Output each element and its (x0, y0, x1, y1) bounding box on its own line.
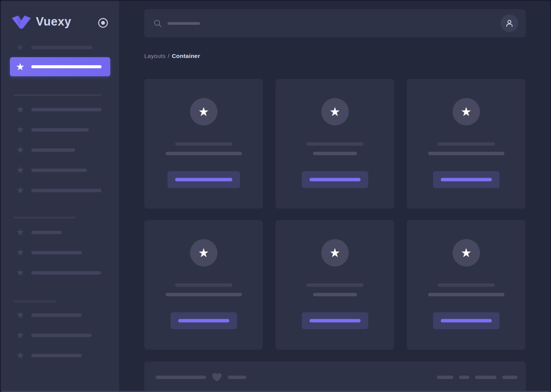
star-icon: ★ (15, 310, 25, 320)
star-icon: ★ (461, 106, 472, 118)
star-icon: ★ (329, 106, 340, 118)
star-icon: ★ (15, 248, 25, 257)
footer-text-skeleton (156, 376, 206, 379)
footer-link-skeleton (475, 376, 496, 379)
main-area: Layouts/Container ★★★★★★ (119, 1, 550, 391)
card-title-skeleton (175, 142, 232, 146)
sidebar-item[interactable]: ★ (1, 43, 119, 52)
card-title-skeleton (438, 142, 495, 146)
card-action-button[interactable] (433, 171, 499, 188)
card-title-skeleton (306, 283, 364, 287)
button-label-skeleton (178, 319, 229, 323)
sidebar-item[interactable]: ★ (1, 105, 119, 114)
star-icon: ★ (15, 62, 25, 72)
card: ★ (144, 220, 263, 350)
card-title-skeleton (175, 283, 232, 287)
sidebar-item[interactable]: ★ (1, 228, 119, 237)
card-subtitle-skeleton (313, 293, 357, 296)
card: ★ (276, 220, 394, 350)
star-icon: ★ (15, 43, 25, 52)
star-icon: ★ (15, 165, 25, 175)
card-action-button[interactable] (433, 312, 499, 329)
menu-item-label-skeleton (31, 313, 82, 317)
app-window: Vuexy ★★★★★★★★★★★★★ (0, 0, 551, 392)
menu-section-skeleton (13, 217, 76, 218)
card: ★ (144, 79, 263, 209)
card-avatar: ★ (453, 239, 480, 267)
menu-section-skeleton (13, 94, 102, 96)
card-title-skeleton (306, 142, 364, 146)
user-avatar[interactable] (501, 14, 518, 32)
star-icon: ★ (329, 247, 340, 259)
sidebar-item[interactable]: ★ (1, 125, 119, 134)
button-label-skeleton (175, 178, 232, 182)
card-subtitle-skeleton (428, 293, 504, 296)
sidebar-item[interactable]: ★ (1, 186, 119, 195)
footer-links (437, 376, 517, 379)
card-action-button[interactable] (302, 171, 368, 188)
heart-icon (212, 373, 222, 382)
star-icon: ★ (15, 228, 25, 237)
card-title-skeleton (438, 283, 495, 287)
search-icon (153, 19, 162, 28)
star-icon: ★ (15, 186, 25, 195)
button-label-skeleton (309, 178, 361, 182)
sidebar-item[interactable]: ★ (1, 165, 119, 175)
menu-item-label-skeleton (31, 251, 82, 254)
card-subtitle-skeleton (166, 152, 242, 155)
star-icon: ★ (198, 247, 209, 259)
breadcrumb-separator: / (168, 53, 170, 59)
card-avatar: ★ (190, 98, 218, 125)
footer-row (156, 372, 517, 382)
sidebar: Vuexy ★★★★★★★★★★★★★ (1, 1, 119, 391)
menu-item-label-skeleton (31, 46, 92, 49)
card-grid: ★★★★★★ (144, 79, 526, 350)
menu-item-label-skeleton (31, 65, 102, 68)
search-bar[interactable] (144, 9, 526, 37)
menu-item-label-skeleton (31, 354, 82, 357)
menu-item-label-skeleton (31, 148, 75, 152)
sidebar-item[interactable]: ★ (1, 145, 119, 154)
card-subtitle-skeleton (428, 152, 504, 155)
card: ★ (407, 220, 525, 350)
card-subtitle-skeleton (313, 152, 357, 155)
sidebar-item[interactable]: ★ (1, 310, 119, 320)
star-icon: ★ (15, 105, 25, 114)
menu-item-label-skeleton (31, 128, 89, 132)
card-subtitle-skeleton (166, 293, 242, 296)
card-avatar: ★ (321, 98, 349, 125)
menu-item-label-skeleton (31, 334, 92, 337)
card-avatar: ★ (321, 239, 349, 267)
footer-text-skeleton (228, 376, 246, 379)
search-placeholder-skeleton (168, 22, 200, 25)
footer-link-skeleton (502, 376, 517, 379)
star-icon: ★ (15, 125, 25, 134)
sidebar-menu: ★★★★★★★★★★★★★ (1, 1, 119, 391)
star-icon: ★ (15, 351, 25, 360)
user-icon (504, 18, 514, 28)
sidebar-item[interactable]: ★ (1, 268, 119, 277)
card-action-button[interactable] (171, 312, 237, 329)
star-icon: ★ (15, 331, 25, 340)
breadcrumb-current: Container (172, 53, 200, 59)
menu-section-skeleton (13, 300, 56, 302)
card: ★ (407, 79, 525, 209)
menu-item-label-skeleton (31, 108, 102, 111)
breadcrumb-section[interactable]: Layouts (144, 53, 166, 59)
footer-link-skeleton (459, 376, 469, 379)
star-icon: ★ (461, 247, 472, 259)
card-action-button[interactable] (168, 171, 240, 188)
sidebar-item[interactable]: ★ (1, 248, 119, 257)
sidebar-item[interactable]: ★ (1, 351, 119, 360)
sidebar-item-active[interactable]: ★ (10, 57, 110, 76)
card-avatar: ★ (190, 239, 218, 267)
menu-item-label-skeleton (31, 169, 87, 172)
card: ★ (276, 79, 394, 209)
card-action-button[interactable] (302, 312, 368, 329)
card-avatar: ★ (453, 98, 480, 125)
menu-item-label-skeleton (31, 231, 62, 234)
button-label-skeleton (441, 319, 492, 323)
star-icon: ★ (15, 145, 25, 154)
breadcrumb: Layouts/Container (144, 53, 526, 59)
sidebar-item[interactable]: ★ (1, 331, 119, 340)
